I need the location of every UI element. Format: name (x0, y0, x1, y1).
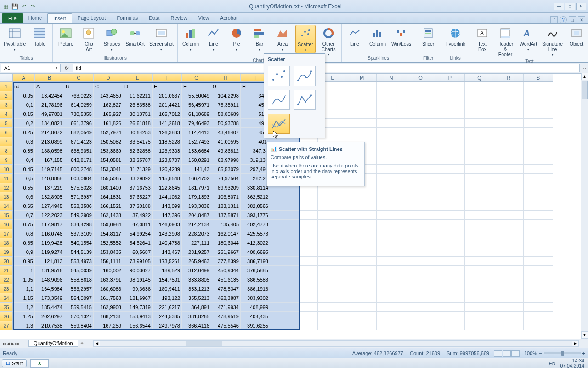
cell[interactable]: 0,25 (13, 128, 35, 137)
cell[interactable] (377, 128, 406, 137)
cell[interactable]: 131,9516 (35, 266, 64, 275)
tab-page-layout[interactable]: Page Layout (72, 13, 112, 23)
cell[interactable]: 26,83538 (123, 100, 153, 109)
cell[interactable] (377, 165, 406, 174)
cell[interactable]: 0,15 (13, 109, 35, 119)
cell[interactable]: 553,4973 (64, 257, 94, 266)
cell[interactable] (318, 257, 347, 266)
cell[interactable]: 33,29892 (123, 174, 153, 183)
cell[interactable] (318, 201, 347, 211)
scroll-down-button[interactable]: ▼ (581, 331, 588, 339)
cell[interactable]: 0,35 (13, 146, 35, 155)
cell[interactable]: 0,55 (13, 183, 35, 192)
cell[interactable] (347, 109, 377, 119)
cell[interactable] (494, 91, 524, 100)
cell[interactable]: 146,0983 (153, 220, 182, 229)
column-header[interactable]: H (211, 74, 241, 81)
cell[interactable]: 123,1311 (211, 201, 241, 211)
column-header[interactable]: B (35, 74, 64, 81)
cell[interactable] (347, 321, 377, 330)
cell[interactable] (465, 247, 494, 257)
cell[interactable] (435, 211, 465, 220)
cell[interactable] (435, 155, 465, 165)
cell[interactable] (465, 201, 494, 211)
cell[interactable] (300, 220, 318, 229)
cell[interactable]: 193,3036 (182, 201, 211, 211)
cell[interactable] (524, 174, 553, 183)
cell[interactable] (494, 146, 524, 155)
cell[interactable]: 116,0746 (35, 229, 64, 238)
cell[interactable]: 244,5365 (153, 312, 182, 321)
cell[interactable] (318, 247, 347, 257)
sheet-nav-next[interactable]: ▶ (11, 341, 14, 346)
cell[interactable] (377, 100, 406, 109)
cell[interactable]: 162,827 (94, 100, 123, 109)
cell[interactable] (435, 137, 465, 146)
cell[interactable] (406, 257, 435, 266)
other-charts-button[interactable]: Other Charts▾ (318, 25, 339, 58)
cell[interactable]: 160,6086 (94, 284, 123, 293)
cell[interactable]: 642,8171 (64, 155, 94, 165)
cell[interactable] (494, 192, 524, 201)
cell[interactable]: 37,4922 (123, 211, 153, 220)
window-restore-icon[interactable]: □ (569, 16, 576, 23)
cell[interactable] (524, 119, 553, 128)
cell[interactable]: 137,219 (35, 183, 64, 192)
cell[interactable]: 166,1521 (94, 201, 123, 211)
row-header[interactable]: 25 (0, 303, 13, 312)
sparkline-column-button[interactable]: Column (368, 25, 388, 48)
cell[interactable] (347, 284, 377, 293)
cell[interactable]: 140,4738 (153, 238, 182, 247)
cell[interactable]: 0,05 (13, 91, 35, 100)
cell[interactable]: 58,80689 (211, 109, 241, 119)
cell[interactable] (270, 247, 300, 257)
cell[interactable] (435, 192, 465, 201)
column-header[interactable]: D (94, 74, 123, 81)
cell[interactable] (406, 321, 435, 330)
cell[interactable]: 156,6544 (123, 321, 153, 330)
cell[interactable] (524, 247, 553, 257)
cell[interactable] (406, 247, 435, 257)
cell[interactable]: 119,9428 (35, 238, 64, 247)
cell[interactable] (435, 303, 465, 312)
cell[interactable]: 56,45971 (182, 100, 211, 109)
cell[interactable]: 115,8548 (153, 174, 182, 183)
cell[interactable] (377, 82, 406, 91)
cell[interactable]: 1,15 (13, 293, 35, 303)
cell[interactable] (377, 321, 406, 330)
cell[interactable] (435, 174, 465, 183)
column-header[interactable]: F (153, 74, 182, 81)
sparkline-winloss-button[interactable]: Win/Loss (390, 25, 412, 48)
cell[interactable] (524, 155, 553, 165)
cell[interactable] (465, 293, 494, 303)
hyperlink-button[interactable]: Hyperlink (444, 25, 466, 48)
cell[interactable] (377, 137, 406, 146)
cell[interactable]: 152,7974 (94, 128, 123, 137)
cell[interactable] (524, 128, 553, 137)
smartart-button[interactable]: SmartArt (124, 25, 145, 48)
row-header[interactable]: 20 (0, 257, 13, 266)
cell[interactable]: 549,2909 (64, 211, 94, 220)
cell[interactable] (494, 137, 524, 146)
cell[interactable] (318, 312, 347, 321)
cell[interactable] (494, 220, 524, 229)
cell[interactable]: 471,9934 (211, 303, 241, 312)
cell[interactable]: 730,5355 (64, 109, 94, 119)
column-header[interactable]: O (406, 74, 435, 81)
cell[interactable] (435, 109, 465, 119)
cell[interactable]: 1,3 (13, 321, 35, 330)
cell[interactable] (300, 247, 318, 257)
cell[interactable]: 0,8 (13, 229, 35, 238)
column-header[interactable]: S (524, 74, 553, 81)
cell[interactable] (300, 275, 318, 284)
cell[interactable]: B (64, 82, 94, 91)
cell[interactable] (465, 211, 494, 220)
cell[interactable] (406, 192, 435, 201)
cell[interactable]: 355,5213 (182, 293, 211, 303)
cell[interactable]: 153,6684 (182, 146, 211, 155)
scroll-thumb[interactable] (582, 81, 588, 99)
cell[interactable]: 153,3669 (94, 146, 123, 155)
cell[interactable]: 134,0821 (35, 119, 64, 128)
line-chart-button[interactable]: Line▾ (204, 25, 224, 52)
cell[interactable]: 118,5228 (153, 137, 182, 146)
